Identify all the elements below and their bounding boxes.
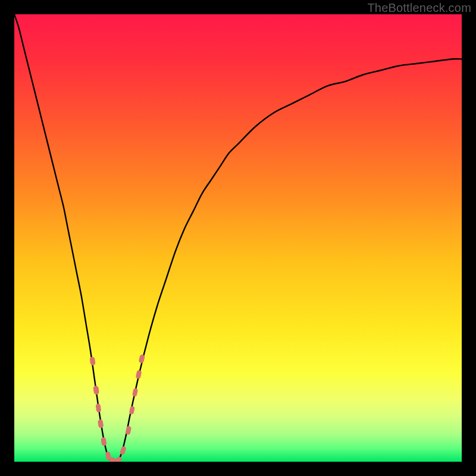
curve-marker <box>136 370 142 379</box>
curve-marker <box>125 426 131 435</box>
curve-marker <box>101 437 107 446</box>
curve-marker <box>98 419 104 428</box>
plot-frame <box>14 14 462 462</box>
curve-layer <box>14 14 462 462</box>
curve-marker <box>93 386 99 395</box>
bottleneck-curve <box>14 14 462 462</box>
curve-marker <box>132 388 138 397</box>
curve-marker <box>89 356 95 366</box>
curve-marker <box>120 446 127 455</box>
markers-group <box>89 354 145 462</box>
curve-marker <box>95 403 101 412</box>
curve-marker <box>129 406 135 415</box>
watermark-text: TheBottleneck.com <box>367 1 471 15</box>
